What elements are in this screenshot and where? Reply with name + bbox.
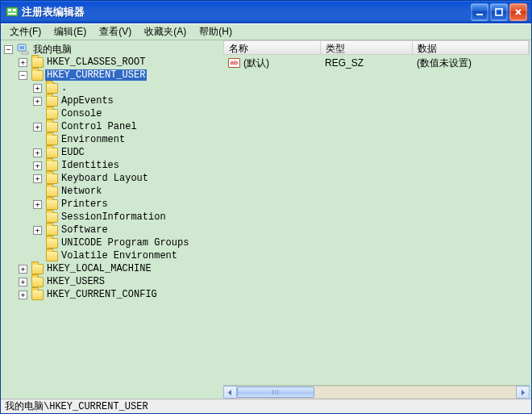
folder-icon <box>46 83 58 94</box>
column-header-data[interactable]: 数据 <box>413 41 529 54</box>
tree-label: Printers <box>60 199 110 210</box>
folder-open-icon <box>31 70 44 81</box>
folder-icon <box>46 212 58 223</box>
svg-rect-1 <box>8 9 11 11</box>
tree-label: HKEY_USERS <box>45 276 106 287</box>
column-header-name[interactable]: 名称 <box>224 41 321 54</box>
minimize-button[interactable] <box>471 3 488 21</box>
toggle-icon[interactable]: + <box>19 278 27 286</box>
folder-icon <box>46 148 58 158</box>
tree-hive-users[interactable]: + HKEY_USERS <box>19 275 218 288</box>
toggle-icon[interactable]: + <box>33 200 42 209</box>
tree-key-network[interactable]: Network <box>33 185 218 198</box>
toggle-icon[interactable]: + <box>19 265 27 274</box>
folder-icon <box>46 122 58 132</box>
tree-label: Control Panel <box>60 121 139 132</box>
value-name: (默认) <box>243 56 269 70</box>
tree-key-volatile-environment[interactable]: Volatile Environment <box>33 249 218 262</box>
toggle-icon[interactable]: + <box>33 174 42 183</box>
tree-hive-current-user[interactable]: − HKEY_CURRENT_USER <box>19 69 218 82</box>
list-row[interactable]: ab (默认) REG_SZ (数值未设置) <box>223 56 530 69</box>
toggle-icon[interactable]: + <box>33 97 42 106</box>
list-body[interactable]: ab (默认) REG_SZ (数值未设置) <box>223 55 530 385</box>
scroll-right-button[interactable] <box>516 386 530 399</box>
toggle-icon[interactable]: − <box>4 45 13 54</box>
svg-rect-7 <box>19 46 24 49</box>
scroll-left-button[interactable] <box>223 386 237 399</box>
menu-file[interactable]: 文件(F) <box>4 24 47 40</box>
toggle-icon[interactable]: + <box>33 148 42 157</box>
folder-icon <box>31 290 44 300</box>
folder-icon <box>46 135 58 145</box>
tree-hive-classes-root[interactable]: + HKEY_CLASSES_ROOT <box>19 56 218 69</box>
string-value-icon: ab <box>228 58 240 68</box>
tree-root[interactable]: − 我的电脑 <box>4 43 218 56</box>
tree-key-appevents[interactable]: +AppEvents <box>33 94 218 107</box>
folder-icon <box>31 57 44 68</box>
toggle-icon[interactable]: + <box>19 291 27 299</box>
tree-key-software[interactable]: +Software <box>33 224 218 236</box>
tree-label: Environment <box>60 134 127 145</box>
computer-icon <box>17 44 30 55</box>
folder-icon <box>31 264 44 274</box>
window-title: 注册表编辑器 <box>22 5 471 19</box>
tree-label: HKEY_CLASSES_ROOT <box>45 56 147 68</box>
scroll-track[interactable] <box>237 386 516 399</box>
tree-label: UNICODE Program Groups <box>60 237 190 249</box>
toggle-icon[interactable]: + <box>33 84 42 93</box>
toggle-icon[interactable]: + <box>33 161 42 170</box>
tree-key-sessioninformation[interactable]: SessionInformation <box>33 211 218 224</box>
toggle-blank <box>33 110 42 119</box>
svg-rect-0 <box>6 7 18 16</box>
column-header-type[interactable]: 类型 <box>321 41 413 54</box>
tree-label: Volatile Environment <box>60 250 179 261</box>
tree-key-environment[interactable]: Environment <box>33 133 218 146</box>
menu-help[interactable]: 帮助(H) <box>193 24 238 40</box>
tree-hive-local-machine[interactable]: + HKEY_LOCAL_MACHINE <box>19 262 218 275</box>
toggle-blank <box>33 187 42 196</box>
toggle-icon[interactable]: + <box>33 226 42 235</box>
tree-label: . <box>60 82 69 94</box>
tree-key-keyboard-layout[interactable]: +Keyboard Layout <box>33 172 218 185</box>
tree-label: Software <box>60 224 110 236</box>
tree-key-identities[interactable]: +Identities <box>33 159 218 172</box>
tree-key-dot[interactable]: +. <box>33 82 218 94</box>
tree-label: SessionInformation <box>60 211 168 223</box>
tree-key-console[interactable]: Console <box>33 107 218 120</box>
toggle-icon[interactable]: − <box>19 71 27 80</box>
toggle-icon[interactable]: + <box>33 123 42 132</box>
folder-icon <box>46 186 58 197</box>
folder-icon <box>46 251 58 261</box>
toggle-icon[interactable]: + <box>19 58 27 67</box>
tree-label: Network <box>60 186 103 197</box>
tree-label: HKEY_CURRENT_CONFIG <box>45 289 159 300</box>
list-pane: 名称 类型 数据 ab (默认) REG_SZ (数值未设置) <box>223 40 530 399</box>
menu-view[interactable]: 查看(V) <box>94 24 137 40</box>
tree-label: AppEvents <box>60 95 115 107</box>
app-icon <box>6 6 19 19</box>
toggle-blank <box>33 252 42 261</box>
tree-pane[interactable]: − 我的电脑 + HKE <box>2 40 220 399</box>
tree-key-printers[interactable]: +Printers <box>33 198 218 211</box>
svg-rect-2 <box>13 9 16 11</box>
folder-icon <box>46 238 58 249</box>
toggle-blank <box>33 213 42 222</box>
value-type: REG_SZ <box>322 57 414 69</box>
maximize-button[interactable] <box>490 3 508 21</box>
menu-edit[interactable]: 编辑(E) <box>48 24 92 40</box>
folder-icon <box>46 161 58 171</box>
menu-favorites[interactable]: 收藏夹(A) <box>139 24 192 40</box>
tree-key-unicode-program-groups[interactable]: UNICODE Program Groups <box>33 236 218 249</box>
tree-key-control-panel[interactable]: +Control Panel <box>33 120 218 133</box>
list-header: 名称 类型 数据 <box>223 40 530 55</box>
scroll-thumb[interactable] <box>237 387 314 398</box>
tree-label: HKEY_LOCAL_MACHINE <box>45 263 153 274</box>
folder-icon <box>46 225 58 236</box>
horizontal-scrollbar[interactable] <box>223 385 530 399</box>
tree-key-eudc[interactable]: +EUDC <box>33 146 218 159</box>
title-bar: 注册表编辑器 <box>1 1 531 23</box>
folder-icon <box>46 109 58 119</box>
client-area: − 我的电脑 + HKE <box>1 40 531 399</box>
tree-hive-current-config[interactable]: + HKEY_CURRENT_CONFIG <box>19 288 218 301</box>
close-button[interactable] <box>509 3 527 21</box>
